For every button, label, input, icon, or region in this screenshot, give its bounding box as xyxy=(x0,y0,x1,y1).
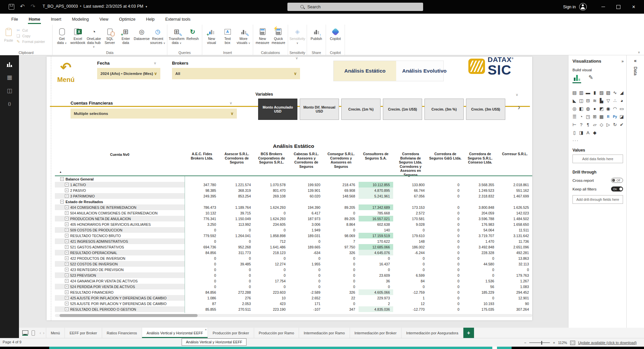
build-visual-tab[interactable] xyxy=(572,74,581,83)
close-tab-icon[interactable]: × xyxy=(205,328,207,331)
table-row[interactable]: +521 GASTOS ADMINISTRATIVOS694.736952.26… xyxy=(55,244,532,250)
row-label[interactable]: +422 PRODUCTOS DE INVERSION xyxy=(55,255,185,261)
table-row[interactable]: −Estado de Resultados xyxy=(55,199,532,204)
azure-map-icon[interactable]: ◉ xyxy=(605,105,611,113)
page-tab-6[interactable]: Producción por Ramo xyxy=(254,328,299,338)
map-icon[interactable]: ◍ xyxy=(585,105,591,113)
expand-icon[interactable]: + xyxy=(65,251,69,254)
column-header[interactable]: Corredora Boliviana de Seguros Ltda. Cor… xyxy=(393,151,428,177)
table-row[interactable]: +RESULTADO FINANCIERO84.856272.288223.60… xyxy=(55,289,532,295)
row-label[interactable]: +509 COSTOS DE PRODUCCION xyxy=(55,227,185,233)
table-row[interactable]: +424 GANANCIA POR VENTA DE ACTIVOS0017.7… xyxy=(55,278,532,284)
expand-icon[interactable]: + xyxy=(65,183,69,186)
table-row[interactable]: +504 ANULACION COMISIONES DE INTERMEDIAC… xyxy=(55,210,532,216)
expand-icon[interactable]: + xyxy=(65,285,69,288)
100-stacked-column-chart-icon[interactable]: ▨ xyxy=(605,89,611,97)
back-arrow-icon[interactable]: ↶ xyxy=(58,60,74,75)
sign-in-button[interactable]: Sign in xyxy=(563,5,576,9)
table-row[interactable]: +3 PATRIMONIO249.395853.254269.10860.020… xyxy=(55,193,532,199)
report-view-icon[interactable] xyxy=(0,57,19,71)
table-row[interactable]: +525 AJUSTE POR INFLACION Y DIFERENCIAS … xyxy=(55,301,532,306)
dataverse-button[interactable]: ◎Dataverse xyxy=(134,25,150,41)
table-icon[interactable]: ⊞ xyxy=(591,113,598,121)
row-label[interactable]: +424 GANANCIA POR VENTA DE ACTIVOS xyxy=(55,278,185,284)
clustered-bar-chart-icon[interactable]: ▬ xyxy=(585,89,591,97)
qa-visual-icon[interactable]: ? xyxy=(578,121,584,129)
cross-report-toggle[interactable]: Off xyxy=(611,178,623,183)
page-tab-4[interactable]: Análisis Vertical y Horizontal EEFF× xyxy=(142,328,208,338)
table-row[interactable]: +524 PERDIDA POR VENTA DE ACTIVOS0000000… xyxy=(55,284,532,289)
collapse-icon[interactable]: − xyxy=(60,200,64,203)
stacked-column-chart-icon[interactable]: ▥ xyxy=(578,89,584,97)
cuentas-section-caret-icon[interactable]: ∨ xyxy=(230,101,232,105)
treemap-icon[interactable]: ◧ xyxy=(578,105,584,113)
expand-icon[interactable]: + xyxy=(65,234,69,237)
expand-icon[interactable]: + xyxy=(65,228,69,232)
menu-tab-optimize[interactable]: Optimize xyxy=(114,14,141,25)
publish-button[interactable]: ↑Publish xyxy=(308,25,324,41)
menu-tab-view[interactable]: View xyxy=(94,14,114,25)
text-box-button[interactable]: ATextbox xyxy=(220,25,236,45)
row-label[interactable]: +405 HONORARIOS POR SERVICIOS AUXILIARES xyxy=(55,221,185,227)
new-visual-button[interactable]: +Newvisual xyxy=(204,25,220,45)
expand-icon[interactable]: + xyxy=(65,273,69,277)
variables-section-caret-icon[interactable]: ∨ xyxy=(516,93,518,97)
shape-map-icon[interactable]: ◩ xyxy=(598,105,605,113)
page-tab-5[interactable]: Producción por Broker xyxy=(208,328,254,338)
row-label[interactable]: +421 INGRESOS ADMINISTRATIVOS xyxy=(55,238,185,244)
analysis-option-estatico[interactable]: Análisis Estático xyxy=(334,61,396,81)
gauge-icon[interactable]: ◠ xyxy=(612,105,618,113)
enter-data-button[interactable]: ⊞+Enterdata xyxy=(118,25,134,45)
r-script-visual-icon[interactable]: R xyxy=(605,113,611,121)
fecha-dropdown[interactable]: 2024 (Año) • Diciembre (Mes)∨ xyxy=(97,68,160,79)
update-available-link[interactable]: Update available (click to download) xyxy=(578,341,637,345)
expand-icon[interactable]: + xyxy=(65,296,69,300)
drill-through-field-well[interactable]: Add drill-through fields here xyxy=(572,195,623,204)
row-label[interactable]: +522 COSTOS DE INVERSION xyxy=(55,261,185,267)
brokers-dropdown[interactable]: All∨ xyxy=(172,68,300,79)
scatter-chart-icon[interactable]: ∴ xyxy=(612,97,618,105)
expand-icon[interactable]: + xyxy=(65,245,69,249)
stacked-area-chart-icon[interactable]: ◣ xyxy=(571,97,578,105)
sql-server-button[interactable]: SQLServer xyxy=(102,25,118,45)
ribbon-chart-icon[interactable]: ≋ xyxy=(591,97,598,105)
text-visual-icon[interactable]: A xyxy=(585,129,591,137)
table-row[interactable]: +RESULTADO OPERACIONAL84.856311.773218.1… xyxy=(55,250,532,255)
model-view-icon[interactable]: ◫ xyxy=(0,84,19,97)
desktop-layout-icon[interactable] xyxy=(22,330,28,336)
waterfall-chart-icon[interactable]: ▙ xyxy=(598,97,605,105)
scorecard-icon[interactable]: ◨ xyxy=(578,129,584,137)
data-pane-tab[interactable]: Data xyxy=(627,67,644,75)
metrics-icon[interactable]: ✔ xyxy=(618,121,625,129)
expand-icon[interactable]: + xyxy=(65,290,69,294)
zoom-slider-thumb[interactable] xyxy=(541,341,542,345)
clustered-column-chart-icon[interactable]: ▮ xyxy=(591,89,598,97)
row-label[interactable]: −Balance General xyxy=(55,176,185,182)
next-page-icon[interactable]: › xyxy=(43,330,44,335)
analysis-option-evolutivo[interactable]: Análisis Evolutivo xyxy=(396,61,453,81)
search-input[interactable]: Search xyxy=(287,3,423,11)
row-label[interactable]: +521 GASTOS ADMINISTRATIVOS xyxy=(55,244,185,250)
column-header[interactable]: A.E.C. Fides Brokers Ltda. xyxy=(185,151,220,177)
menu-tab-insert[interactable]: Insert xyxy=(46,14,67,25)
expand-panel-icon[interactable]: » xyxy=(621,59,623,64)
expand-data-pane-icon[interactable]: « xyxy=(627,58,644,63)
menu-tab-file[interactable]: File xyxy=(6,14,23,25)
row-label[interactable]: +1 ACTIVO xyxy=(55,182,185,187)
menu-tab-home[interactable]: Home xyxy=(23,14,46,25)
cuentas-dropdown[interactable]: Multiple selections∨ xyxy=(71,109,237,119)
python-visual-icon[interactable]: Py xyxy=(612,113,618,121)
format-visual-tab[interactable]: ✎ xyxy=(588,74,593,83)
collapse-icon[interactable]: − xyxy=(60,177,64,181)
row-label[interactable]: +2 PASIVO xyxy=(55,187,185,193)
row-label[interactable]: +RESULTADO OPERACIONAL xyxy=(55,250,185,255)
onelake-data-hub-button[interactable]: ◔OneLakedata hub ∨ xyxy=(86,25,102,49)
table-row[interactable]: +405 HONORARIOS POR SERVICIOS AUXILIARES… xyxy=(55,221,532,227)
table-row[interactable]: −Balance General xyxy=(55,176,532,182)
window-title[interactable]: T_BO_APS_00003•Last saved: 2/3/2025 at 4… xyxy=(43,4,147,9)
row-label[interactable]: +RESULTADO FINANCIERO xyxy=(55,289,185,295)
refresh-button[interactable]: ↻Refresh xyxy=(185,25,201,41)
variable-button-6[interactable]: Crecim. (3m US$) xyxy=(466,99,505,120)
line-stacked-column-chart-icon[interactable]: ◫ xyxy=(578,97,584,105)
table-row[interactable]: +PRODUCCION NETA DE ANULACION776.3411.15… xyxy=(55,216,532,221)
